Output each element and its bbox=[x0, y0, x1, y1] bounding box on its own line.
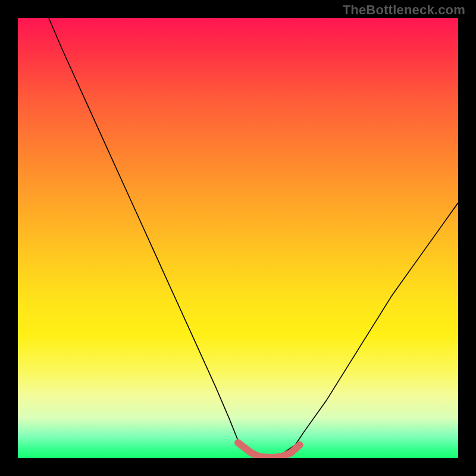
chart-svg bbox=[18, 18, 458, 458]
bottleneck-curve bbox=[49, 18, 458, 458]
optimum-highlight bbox=[238, 443, 300, 458]
chart-plot-area bbox=[18, 18, 458, 458]
watermark-text: TheBottleneck.com bbox=[343, 2, 465, 18]
